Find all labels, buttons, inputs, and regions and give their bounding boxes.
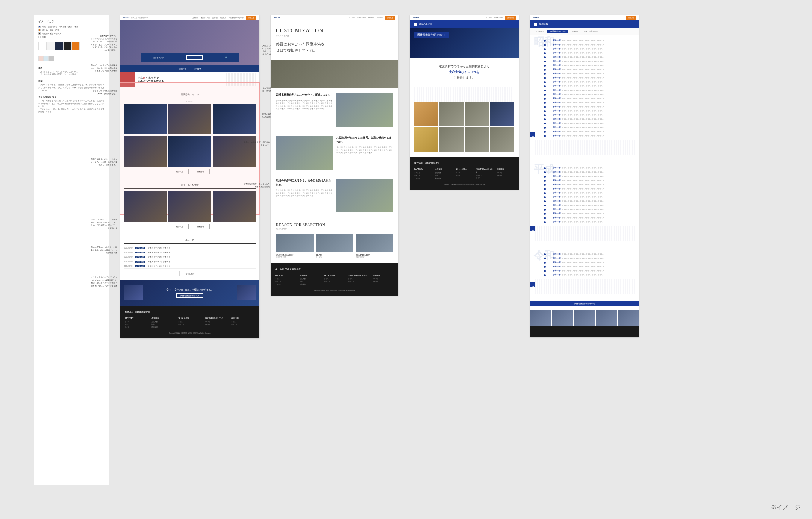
product-tile[interactable] — [168, 191, 211, 222]
cta-image[interactable] — [596, 310, 617, 326]
about-page: INABA 企業情報選ばれる理由 採用情報 選ばれる理由 因幡電機製作所について… — [410, 15, 519, 190]
recruit-page: INABA 採用情報 採用情報 メッセージ因幡電機製作所について募集要項募集・お… — [530, 15, 639, 337]
anno-solid-base: 基本がしっかりしている印象を出すためにテキストの前に線を引ききっちりとした印象に — [91, 64, 117, 73]
product-tile[interactable] — [124, 136, 167, 166]
challenge-banner: 安心・安全のために、挑戦しつづける。 因幡電機製作所ブログ — [120, 280, 259, 306]
gallery-image[interactable] — [465, 127, 489, 152]
city-line-art — [414, 87, 514, 102]
homepage: INABA 株式会社 因幡電機製作所 企業情報選ばれる理由技術紹介製品情報因幡電… — [120, 15, 259, 338]
design-board: イメージカラー 知性・信頼・安心・落ち着き・誠実・清潔温かみ・陽気・活発高級感・… — [34, 15, 778, 485]
blog-button[interactable]: 因幡電機製作所ブログ — [176, 293, 203, 298]
cta-image[interactable] — [530, 310, 551, 326]
product-tile[interactable] — [168, 104, 211, 134]
crumb-icon — [414, 23, 417, 26]
anno-grid-bg: 基本に忠実なかっちりとした印象を出すために方眼紙イメージの背景を採用 — [91, 246, 117, 255]
palette-title: イメージカラー — [38, 20, 105, 23]
recruit-page-column: INABA 採用情報 採用情報 メッセージ因幡電機製作所について募集要項募集・お… — [530, 15, 639, 485]
customization-page: INABA 企業情報選ばれる理由技術紹介製品情報 採用情報 CUSTOMIZAT… — [271, 15, 398, 296]
hero-search-bar: 製品をさがす 🔍 — [141, 53, 239, 62]
site-footer: 株式会社 因幡電機製作所 FACTORYテキストテキストテキスト企業情報会社概要… — [120, 306, 259, 338]
product-tile[interactable] — [213, 136, 256, 166]
gallery-image[interactable] — [465, 102, 489, 126]
product-tile[interactable] — [213, 104, 256, 134]
page-title: CUSTOMIZATION — [276, 28, 393, 34]
anno-why: 企業の想い（WHY） トップのおおよそファーストビューに親しのヒエラルキーは高く… — [91, 35, 117, 52]
search-input-mock[interactable] — [186, 55, 203, 60]
cta-image[interactable] — [552, 310, 573, 326]
anno-how: どうやってそれを実現するか（HOW：技術紹介など） — [91, 90, 117, 95]
anno-hover: 革新性を出すためにマウスポインタを合わせる時、色変化の量を少し工夫をします。 — [91, 158, 117, 167]
anno-solid-2: 基本がしっかりしている印象を出すために — [244, 141, 270, 147]
gallery-image[interactable] — [414, 102, 438, 126]
cta-image[interactable] — [574, 310, 595, 326]
search-icon[interactable]: 🔍 — [225, 56, 227, 59]
story-image — [336, 93, 393, 127]
gallery-image[interactable] — [439, 127, 464, 152]
gallery-image[interactable] — [439, 102, 464, 126]
image-caption: ※イメージ — [771, 504, 801, 511]
hero-visual: 製品をさがす 🔍 — [120, 20, 259, 65]
homepage-mockup-column: 企業の想い（WHY） トップのおおよそファーストビューに親しのヒエラルキーは高く… — [120, 15, 259, 485]
hero-image — [271, 60, 398, 88]
anno-people: 人によってものができていくというイメージから社員が互いに相談しているイメージ実際… — [91, 276, 117, 287]
gallery-image[interactable] — [414, 127, 438, 152]
main-nav: 企業情報選ばれる理由技術紹介製品情報因幡電機製作所ブログ — [192, 17, 244, 19]
about-hero: 因幡電機製作所について — [410, 28, 519, 58]
product-tile[interactable] — [168, 136, 211, 166]
story-image — [276, 136, 333, 170]
gallery-image[interactable] — [490, 127, 514, 152]
anno-news-cat: カテゴリに分類してニュースを掲示。スペースをとってしまうため、件数を増やす際は「… — [91, 218, 117, 229]
hero-btn-company[interactable]: 会社概要 — [194, 68, 201, 70]
logo[interactable]: INABA — [123, 17, 130, 19]
product-tile[interactable] — [124, 191, 167, 222]
news-more-button[interactable]: もっと表示 — [180, 271, 200, 276]
breadcrumb: 選ばれる理由 — [410, 20, 519, 28]
recruit-cta-row — [530, 310, 639, 326]
site-header: INABA 株式会社 因幡電機製作所 企業情報選ばれる理由技術紹介製品情報因幡電… — [120, 15, 259, 20]
cta-image[interactable] — [618, 310, 639, 326]
recruit-tabs: メッセージ因幡電機製作所について募集要項募集・お問い合わせ — [530, 28, 639, 35]
news-section: ニュース 2021/00/00お知らせテキストテキストテキスト2021/00/0… — [120, 233, 259, 280]
product-tile[interactable] — [213, 191, 256, 222]
story-image — [336, 179, 393, 212]
sub-swatches — [38, 56, 105, 61]
header-cta[interactable]: 採用情報 — [246, 16, 256, 20]
product-tile[interactable] — [124, 104, 167, 134]
about-gallery — [410, 102, 519, 157]
about-page-column: INABA 企業情報選ばれる理由 採用情報 選ばれる理由 因幡電機製作所について… — [410, 15, 519, 485]
hero-btn-tech[interactable]: 技術紹介 — [179, 68, 186, 70]
gallery-image[interactable] — [490, 102, 514, 126]
anno-solid-3: 基本に忠実なかっちりとした印象を出すために方 — [244, 182, 270, 188]
customization-page-column: 基本がしっかりしている印象を出すために 基本に忠実なかっちりとした印象を出すため… — [271, 15, 398, 485]
